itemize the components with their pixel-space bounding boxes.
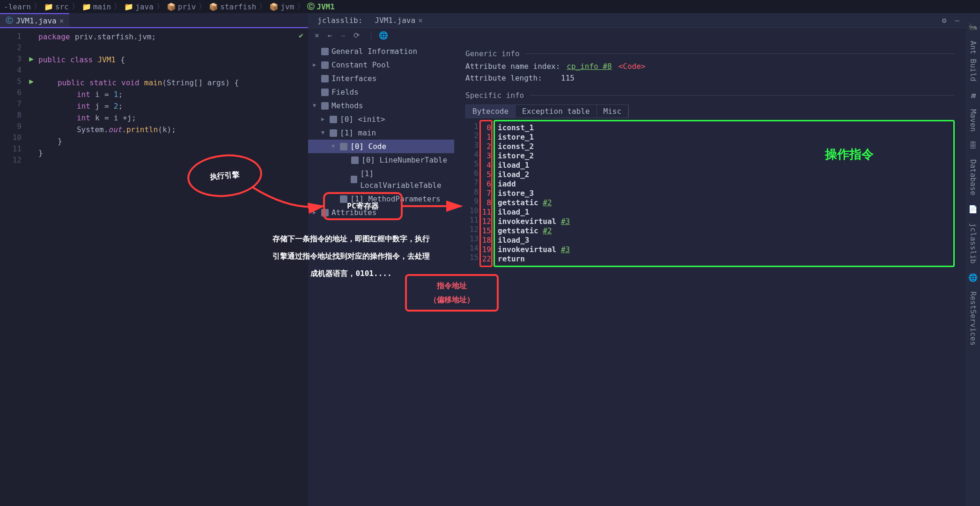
maven-icon[interactable]: m — [971, 91, 975, 100]
tab-exception-table[interactable]: Exception table — [516, 105, 597, 118]
forward-icon[interactable]: → — [340, 31, 345, 40]
run-icon[interactable]: ▶ — [26, 76, 37, 87]
bytecode-ops-column: 操作指令 iconst_1istore_1iconst_2istore_2ilo… — [494, 120, 955, 267]
doc-icon — [351, 156, 359, 164]
back-icon[interactable]: ← — [328, 31, 332, 40]
bytecode-area: 123456789101112131415 012345678111215181… — [465, 120, 955, 267]
tab-bytecode[interactable]: Bytecode — [466, 105, 516, 118]
tree-item-code[interactable]: ▼[0] Code — [308, 140, 454, 153]
editor-tab-label: JVM1.java — [16, 16, 57, 25]
jclasslib-panel: jclasslib: JVM1.java × ⚙ — × ← → ⟳ 🌐 Gen… — [308, 13, 966, 506]
breadcrumb-item[interactable]: 📁 src — [44, 2, 69, 11]
check-icon: ✔ — [299, 31, 303, 40]
breadcrumb-current[interactable]: Ⓒ JVM1 — [307, 2, 335, 12]
tree-item-interfaces[interactable]: Interfaces — [308, 72, 454, 85]
tree-item-attributes[interactable]: ▶Attributes — [308, 206, 454, 219]
chevron-right-icon: 〉 — [34, 2, 41, 12]
jclasslib-title: jclasslib: — [312, 14, 368, 27]
bytecode-tabs: Bytecode Exception table Misc — [465, 104, 629, 118]
chevron-right-icon[interactable]: ▶ — [313, 59, 318, 71]
right-tool-strip: 🐜 Ant Build m Maven 🗄 Database 📄 jclassl… — [966, 13, 980, 506]
bytecode-address-column: 012345678111215181922 — [479, 120, 493, 267]
database-icon[interactable]: 🗄 — [969, 141, 977, 150]
breadcrumb-item[interactable]: 📦 jvm — [269, 2, 294, 11]
section-specific-info: Specific info — [465, 91, 955, 100]
chevron-right-icon[interactable]: ▶ — [321, 113, 327, 125]
doc-icon — [351, 176, 357, 183]
bytecode-line-gutter: 123456789101112131415 — [465, 120, 479, 267]
breadcrumb-item[interactable]: -learn — [4, 2, 31, 11]
kv-attr-name: Attribute name index: cp_info #8 <Code> — [465, 62, 955, 71]
cp-link[interactable]: cp_info #8 — [567, 62, 612, 71]
chevron-right-icon: 〉 — [72, 2, 79, 12]
editor-panel: Ⓒ JVM1.java × 123456789101112 ▶ ▶ packag… — [0, 13, 308, 506]
folder-icon — [321, 102, 329, 110]
tool-database[interactable]: Database — [969, 159, 978, 195]
rest-icon[interactable]: 🌐 — [968, 273, 978, 282]
chevron-right-icon: 〉 — [114, 2, 121, 12]
editor-tabs: Ⓒ JVM1.java × — [0, 13, 308, 28]
tool-maven[interactable]: Maven — [969, 109, 978, 132]
class-icon: Ⓒ — [6, 16, 13, 26]
doc-icon — [340, 195, 347, 203]
chevron-right-icon: 〉 — [156, 2, 164, 12]
tree-item-methods[interactable]: ▼Methods — [308, 99, 454, 112]
section-generic-info: Generic info — [465, 49, 955, 58]
gutter-icons: ▶ ▶ — [26, 28, 37, 506]
tree-item-fields[interactable]: Fields — [308, 85, 454, 99]
tree-item-localvariabletable[interactable]: [1] LocalVariableTable — [308, 167, 454, 192]
chevron-down-icon[interactable]: ▼ — [332, 141, 337, 152]
line-gutter: 123456789101112 — [0, 28, 26, 506]
doc-icon — [321, 89, 329, 96]
chevron-right-icon: 〉 — [199, 2, 206, 12]
folder-icon — [330, 129, 337, 137]
tree-item-general[interactable]: General Information — [308, 45, 454, 58]
breadcrumb-item[interactable]: 📦 priv — [167, 2, 196, 11]
tab-misc[interactable]: Misc — [597, 105, 629, 118]
code-area[interactable]: package priv.starfish.jvm; public class … — [37, 28, 308, 506]
folder-icon — [330, 116, 337, 123]
class-detail: Generic info Attribute name index: cp_in… — [454, 43, 966, 506]
folder-icon — [321, 61, 329, 69]
tree-item-linenumbertable[interactable]: [0] LineNumberTable — [308, 153, 454, 167]
tree-item-main[interactable]: ▼[1] main — [308, 126, 454, 140]
tool-jclasslib[interactable]: jclasslib — [969, 223, 978, 264]
tree-item-init[interactable]: ▶[0] <init> — [308, 112, 454, 126]
doc-icon — [321, 48, 329, 55]
close-icon[interactable]: × — [418, 16, 423, 25]
tool-ant-build[interactable]: Ant Build — [969, 41, 978, 82]
refresh-icon[interactable]: ⟳ — [354, 31, 360, 40]
editor-tab[interactable]: Ⓒ JVM1.java × — [0, 13, 69, 27]
jclasslib-toolbar: × ← → ⟳ 🌐 — [308, 28, 966, 43]
tree-item-constant-pool[interactable]: ▶Constant Pool — [308, 58, 454, 72]
close-icon[interactable]: × — [59, 16, 64, 25]
chevron-down-icon[interactable]: ▼ — [313, 100, 318, 112]
chevron-down-icon[interactable]: ▼ — [321, 127, 327, 139]
code-tag: <Code> — [619, 62, 646, 71]
breadcrumbs: -learn〉 📁 src〉 📁 main〉 📁 java〉 📦 priv〉 📦… — [0, 0, 980, 13]
code-editor[interactable]: 123456789101112 ▶ ▶ package priv.starfis… — [0, 28, 308, 506]
ant-icon[interactable]: 🐜 — [968, 22, 978, 31]
folder-icon — [321, 209, 329, 216]
chevron-right-icon: 〉 — [259, 2, 266, 12]
jclasslib-file-tab[interactable]: JVM1.java × — [369, 14, 428, 27]
run-icon[interactable]: ▶ — [26, 53, 37, 65]
chevron-right-icon[interactable]: ▶ — [313, 207, 318, 218]
breadcrumb-item[interactable]: 📁 java — [124, 2, 154, 11]
doc-icon — [321, 75, 329, 82]
folder-icon — [340, 143, 347, 150]
breadcrumb-item[interactable]: 📦 starfish — [209, 2, 256, 11]
gear-icon[interactable]: ⚙ — [942, 16, 947, 25]
breadcrumb-item[interactable]: 📁 main — [82, 2, 111, 11]
tree-item-methodparameters[interactable]: [1] MethodParameters — [308, 192, 454, 206]
minimize-icon[interactable]: — — [955, 16, 959, 25]
chevron-right-icon: 〉 — [297, 2, 304, 12]
jclasslib-icon[interactable]: 📄 — [968, 205, 978, 214]
ops-label: 操作指令 — [825, 149, 874, 159]
right-tabbar: jclasslib: JVM1.java × ⚙ — — [308, 13, 966, 28]
class-tree[interactable]: General Information ▶Constant Pool Inter… — [308, 43, 454, 506]
kv-attr-length: Attribute length: 115 — [465, 74, 955, 82]
globe-icon[interactable]: 🌐 — [371, 31, 388, 40]
close-icon[interactable]: × — [315, 31, 319, 40]
tool-restservices[interactable]: RestServices — [969, 291, 978, 346]
